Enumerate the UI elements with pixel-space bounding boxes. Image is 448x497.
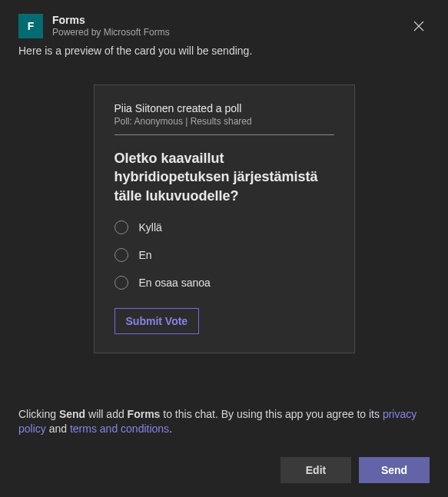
consent-send-bold: Send <box>59 408 85 420</box>
consent-text: Clicking Send will add Forms to this cha… <box>18 407 430 437</box>
poll-option-label: En osaa sanoa <box>139 277 211 289</box>
poll-option[interactable]: En osaa sanoa <box>114 276 334 290</box>
edit-button[interactable]: Edit <box>280 457 351 483</box>
dialog-footer: Clicking Send will add Forms to this cha… <box>0 407 448 497</box>
card-divider <box>114 134 334 135</box>
forms-app-icon: F <box>18 14 43 38</box>
consent-fragment: Clicking <box>18 408 59 420</box>
consent-fragment: to this chat. By using this app you agre… <box>160 408 383 420</box>
terms-link[interactable]: terms and conditions <box>70 422 169 435</box>
consent-fragment: . <box>169 422 172 435</box>
poll-option[interactable]: Kyllä <box>114 220 334 234</box>
consent-fragment: and <box>46 422 70 435</box>
radio-icon <box>114 276 128 290</box>
card-preview-area: Piia Siitonen created a poll Poll: Anony… <box>0 84 448 353</box>
forms-app-icon-letter: F <box>28 20 35 32</box>
footer-buttons: Edit Send <box>18 457 430 483</box>
poll-option-label: Kyllä <box>139 221 162 234</box>
poll-question: Oletko kaavaillut hybridiopetuksen järje… <box>114 149 334 205</box>
header-text: Forms Powered by Microsoft Forms <box>52 14 408 38</box>
close-icon <box>413 21 424 31</box>
submit-vote-button[interactable]: Submit Vote <box>114 308 200 334</box>
poll-option[interactable]: En <box>114 248 334 262</box>
poll-creator-line: Piia Siitonen created a poll <box>114 102 334 114</box>
send-button[interactable]: Send <box>359 457 430 483</box>
consent-fragment: will add <box>85 408 127 420</box>
poll-meta-line: Poll: Anonymous | Results shared <box>114 116 334 127</box>
close-button[interactable] <box>408 15 430 37</box>
dialog-header: F Forms Powered by Microsoft Forms <box>0 0 448 38</box>
radio-icon <box>114 220 128 234</box>
radio-icon <box>114 248 128 262</box>
poll-option-label: En <box>139 249 152 261</box>
consent-forms-bold: Forms <box>128 408 161 420</box>
poll-card: Piia Siitonen created a poll Poll: Anony… <box>94 84 355 353</box>
app-subtitle: Powered by Microsoft Forms <box>52 27 408 38</box>
preview-description: Here is a preview of the card you will b… <box>0 38 448 57</box>
app-title: Forms <box>52 14 408 27</box>
